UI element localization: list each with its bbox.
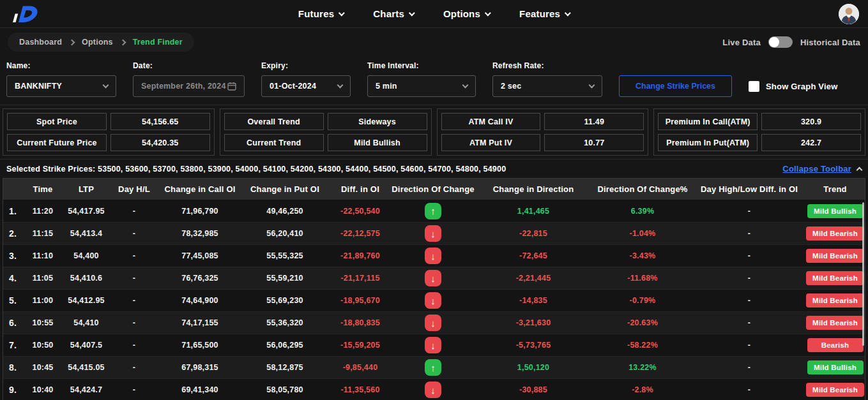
cell-day-hl: -: [109, 274, 159, 283]
stat-value: Sideways: [328, 113, 427, 130]
cell-chg-put-oi: 55,59,210: [241, 274, 329, 283]
expiry-value: 01-Oct-2024: [270, 82, 316, 91]
name-select[interactable]: BANKNIFTY: [6, 75, 116, 97]
cell-direction: ↓: [392, 270, 475, 286]
chevron-right-icon: [69, 39, 75, 45]
cell-chg-put-oi: 56,20,410: [241, 229, 329, 238]
cell-direction: ↓: [392, 225, 475, 242]
trend-badge: Mild Bearish: [806, 293, 864, 307]
time-interval-label: Time Interval:: [367, 61, 476, 70]
trend-badge: Mild Bearish: [806, 226, 864, 241]
cell-ltp: 54,410.6: [63, 274, 109, 283]
cell-direction: ↓: [392, 315, 475, 331]
cell-ltp: 54,415.05: [63, 363, 109, 372]
table-row: 9. 10:40 54,424.7 - 69,41,340 58,05,780 …: [3, 378, 865, 400]
cell-day-hl-diff: -: [693, 363, 805, 372]
stat-label: Premium In Call(ATM): [658, 113, 758, 130]
data-mode-toggle-group: Live Data Historical Data: [722, 36, 860, 48]
cell-chg-direction: -72,645: [475, 251, 592, 260]
direction-down-icon: ↓: [425, 270, 441, 286]
calendar-icon: [227, 82, 236, 91]
time-interval-select[interactable]: 5 min: [367, 75, 476, 97]
stat-label: Spot Price: [7, 113, 107, 130]
cell-chg-call-oi: 74,17,155: [159, 318, 241, 327]
col-chg-direction: Change in Direction: [475, 184, 592, 194]
breadcrumb-trend-finder[interactable]: Trend Finder: [133, 38, 183, 47]
cell-time: 10:40: [22, 385, 63, 394]
breadcrumb: Dashboard Options Trend Finder: [8, 33, 194, 52]
trend-badge: Mild Bearish: [806, 383, 864, 397]
scrollbar[interactable]: [862, 202, 864, 346]
cell-dir-change-pct: -58.22%: [592, 341, 693, 350]
cell-chg-put-oi: 55,69,230: [241, 296, 329, 305]
cell-chg-direction: 1,41,465: [475, 207, 592, 216]
stat-label: Premium In Put(ATM): [658, 134, 758, 151]
breadcrumb-dashboard[interactable]: Dashboard: [19, 38, 62, 47]
chevron-down-icon: [103, 82, 109, 89]
cell-dir-change-pct: -0.79%: [592, 296, 693, 305]
cell-chg-call-oi: 67,98,315: [159, 363, 241, 372]
cell-day-hl: -: [109, 363, 159, 372]
cell-diff-oi: -22,12,575: [329, 229, 392, 238]
date-input[interactable]: September 26th, 2024: [133, 75, 245, 97]
nav-item-features[interactable]: Features: [519, 8, 570, 19]
avatar[interactable]: [839, 4, 859, 24]
chevron-down-icon: [485, 10, 491, 16]
stat-value: Mild Bullish: [328, 134, 427, 151]
stat-group-trend: Overall Trend Sideways Current Trend Mil…: [220, 108, 432, 156]
cell-direction: ↑: [392, 203, 475, 219]
nav-item-options[interactable]: Options: [443, 8, 490, 19]
chevron-down-icon: [409, 10, 415, 16]
cell-chg-direction: -22,815: [475, 229, 592, 238]
time-interval-value: 5 min: [376, 82, 397, 91]
nav-item-futures[interactable]: Futures: [298, 8, 344, 19]
cell-day-hl-diff: -: [693, 318, 805, 327]
cell-chg-put-oi: 58,12,875: [241, 363, 329, 372]
cell-chg-direction: -3,21,630: [475, 318, 592, 327]
cell-ltp: 54,417.95: [63, 207, 109, 216]
cell-chg-call-oi: 69,41,340: [159, 385, 241, 394]
cell-day-hl: -: [109, 229, 159, 238]
cell-trend: Mild Bearish: [805, 293, 865, 307]
stat-label: Overall Trend: [224, 113, 324, 130]
change-strike-prices-button[interactable]: Change Strike Prices: [619, 75, 732, 97]
data-mode-switch[interactable]: [768, 36, 793, 48]
cell-ltp: 54,424.7: [63, 385, 109, 394]
cell-trend: Mild Bearish: [805, 271, 865, 285]
cell-chg-put-oi: 58,05,780: [241, 385, 329, 394]
cell-ltp: 54,410: [63, 318, 109, 327]
cell-chg-put-oi: 56,06,295: [241, 341, 329, 350]
historical-data-label: Historical Data: [800, 38, 860, 47]
stat-group-premium: Premium In Call(ATM) 320.9 Premium In Pu…: [653, 108, 865, 156]
chevron-down-icon: [589, 82, 595, 89]
cell-chg-call-oi: 71,65,500: [159, 341, 241, 350]
col-diff-oi: Diff. in OI: [329, 184, 392, 194]
show-graph-view-checkbox[interactable]: [749, 81, 759, 92]
show-graph-view-label: Show Graph View: [766, 82, 838, 91]
main-menu: Futures Charts Options Features: [298, 8, 570, 19]
brand-logo[interactable]: [9, 3, 40, 24]
cell-ltp: 54,407.5: [63, 341, 109, 350]
cell-index: 5.: [3, 295, 22, 306]
stat-value: 11.49: [544, 113, 644, 130]
breadcrumb-options[interactable]: Options: [82, 38, 113, 47]
trend-badge: Mild Bullish: [807, 360, 864, 374]
cell-chg-direction: 1,50,120: [475, 363, 592, 372]
refresh-rate-select[interactable]: 2 sec: [492, 75, 602, 97]
show-graph-view-control: Show Graph View: [749, 75, 838, 97]
cell-chg-direction: -2,21,445: [475, 274, 592, 283]
expiry-select[interactable]: 01-Oct-2024: [261, 75, 351, 97]
table-row: 6. 10:55 54,410 - 74,17,155 55,36,320 -1…: [3, 311, 865, 334]
stat-value: 54,156.65: [110, 113, 210, 130]
nav-item-charts[interactable]: Charts: [373, 8, 414, 19]
cell-diff-oi: -21,17,115: [329, 274, 392, 283]
collapse-toolbar-link[interactable]: Collapse Toolbar: [782, 164, 862, 174]
cell-dir-change-pct: 6.39%: [592, 207, 693, 216]
strikes-values: 53500, 53600, 53700, 53800, 53900, 54000…: [98, 165, 506, 174]
cell-day-hl-diff: -: [693, 251, 805, 260]
cell-index: 1.: [3, 206, 22, 216]
table-row: 2. 11:15 54,413.4 - 78,32,985 56,20,410 …: [3, 222, 865, 244]
cell-dir-change-pct: -1.04%: [592, 229, 693, 238]
cell-trend: Mild Bullish: [805, 204, 865, 218]
chevron-up-icon: [857, 167, 863, 173]
